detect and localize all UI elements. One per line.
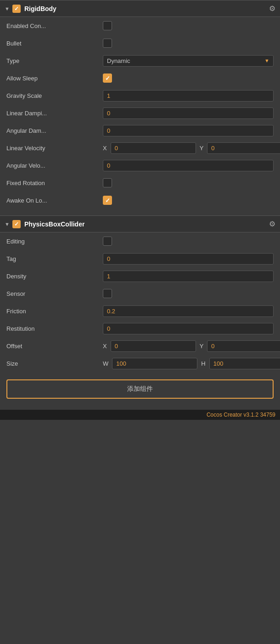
density-value (103, 271, 274, 282)
density-input[interactable] (103, 271, 274, 282)
gravity-scale-label: Gravity Scale (6, 92, 103, 99)
linear-velocity-y-label: Y (200, 145, 204, 152)
friction-label: Friction (6, 308, 103, 315)
tag-value (103, 253, 274, 265)
gravity-scale-row: Gravity Scale (0, 87, 280, 104)
bullet-label: Bullet (6, 40, 103, 47)
linear-damping-row: Linear Dampi... (0, 104, 280, 122)
allow-sleep-checkbox[interactable] (103, 73, 112, 83)
size-wh: W H (103, 358, 280, 369)
rigidbody-gear-icon[interactable]: ⚙ (269, 4, 275, 13)
collider-collapse-arrow[interactable]: ▼ (5, 221, 10, 227)
collider-section-header[interactable]: ▼ PhysicsBoxCollider ⚙ (0, 215, 280, 232)
tag-label: Tag (6, 255, 103, 262)
collider-title: PhysicsBoxCollider (24, 220, 269, 228)
inspector-panel: ▼ RigidBody ⚙ Enabled Con... Bullet Type… (0, 0, 280, 410)
awake-on-load-row: Awake On Lo... (0, 192, 280, 209)
offset-x-label: X (103, 343, 107, 350)
editing-value (103, 237, 274, 246)
fixed-rotation-value (103, 178, 274, 187)
rigidbody-enabled-checkbox[interactable] (12, 5, 21, 13)
status-bar-text: Cocos Creator v3.1.2 34759 (207, 412, 275, 418)
offset-y-input[interactable] (207, 340, 280, 352)
density-row: Density (0, 267, 280, 285)
allow-sleep-value (103, 73, 274, 83)
offset-row: Offset X Y (0, 337, 280, 355)
angular-velocity-value (103, 160, 274, 171)
enabled-contact-label: Enabled Con... (6, 23, 103, 29)
size-h-input[interactable] (209, 358, 280, 369)
angular-damping-label: Angular Dam... (6, 127, 103, 134)
restitution-value (103, 323, 274, 334)
type-select-value: Dynamic (107, 57, 130, 64)
bullet-value (103, 39, 274, 48)
status-bar: Cocos Creator v3.1.2 34759 (0, 410, 280, 420)
add-component-button[interactable]: 添加组件 (6, 379, 274, 399)
bullet-checkbox[interactable] (103, 39, 112, 48)
angular-damping-row: Angular Dam... (0, 122, 280, 139)
gravity-scale-value (103, 90, 274, 102)
offset-xy: X Y (103, 340, 280, 352)
type-label: Type (6, 57, 103, 64)
sensor-row: Sensor (0, 285, 280, 302)
editing-label: Editing (6, 238, 103, 245)
collider-gear-icon[interactable]: ⚙ (269, 220, 275, 228)
friction-row: Friction (0, 302, 280, 320)
gravity-scale-input[interactable] (103, 90, 274, 102)
fixed-rotation-row: Fixed Rotation (0, 174, 280, 192)
allow-sleep-row: Allow Sleep (0, 69, 280, 87)
sensor-checkbox[interactable] (103, 289, 112, 298)
type-row: Type Dynamic ▼ (0, 52, 280, 69)
awake-on-load-label: Awake On Lo... (6, 197, 103, 204)
sensor-value (103, 289, 274, 298)
fixed-rotation-label: Fixed Rotation (6, 180, 103, 186)
awake-on-load-checkbox[interactable] (103, 196, 112, 205)
restitution-row: Restitution (0, 320, 280, 337)
angular-damping-input[interactable] (103, 125, 274, 136)
linear-velocity-x-input[interactable] (111, 142, 196, 154)
size-row: Size W H (0, 355, 280, 372)
rigidbody-section-header[interactable]: ▼ RigidBody ⚙ (0, 0, 280, 17)
fixed-rotation-checkbox[interactable] (103, 178, 112, 187)
linear-velocity-row: Linear Velocity X Y (0, 139, 280, 157)
editing-checkbox[interactable] (103, 237, 112, 246)
size-w-input[interactable] (112, 358, 197, 369)
restitution-input[interactable] (103, 323, 274, 334)
allow-sleep-label: Allow Sleep (6, 75, 103, 82)
angular-velocity-label: Angular Velo... (6, 162, 103, 169)
rigidbody-collapse-arrow[interactable]: ▼ (5, 6, 10, 11)
linear-velocity-label: Linear Velocity (6, 145, 103, 152)
awake-on-load-value (103, 196, 274, 205)
sensor-label: Sensor (6, 290, 103, 297)
type-select-arrow: ▼ (264, 58, 269, 63)
type-value: Dynamic ▼ (103, 55, 274, 67)
linear-velocity-xy: X Y (103, 142, 280, 154)
restitution-label: Restitution (6, 325, 103, 332)
tag-input[interactable] (103, 253, 274, 265)
offset-y-label: Y (200, 343, 204, 350)
friction-input[interactable] (103, 305, 274, 317)
angular-velocity-input[interactable] (103, 160, 274, 171)
size-w-label: W (103, 360, 108, 367)
type-select[interactable]: Dynamic ▼ (103, 55, 274, 67)
angular-velocity-row: Angular Velo... (0, 157, 280, 174)
offset-label: Offset (6, 343, 103, 350)
density-label: Density (6, 273, 103, 280)
linear-damping-value (103, 107, 274, 119)
size-h-label: H (201, 360, 205, 367)
enabled-contact-checkbox[interactable] (103, 21, 112, 30)
tag-row: Tag (0, 250, 280, 267)
enabled-contact-value (103, 21, 274, 30)
enabled-contact-row: Enabled Con... (0, 17, 280, 34)
offset-x-input[interactable] (111, 340, 196, 352)
angular-damping-value (103, 125, 274, 136)
size-label: Size (6, 360, 103, 367)
linear-velocity-x-label: X (103, 145, 107, 152)
rigidbody-title: RigidBody (24, 5, 269, 12)
friction-value (103, 305, 274, 317)
bullet-row: Bullet (0, 34, 280, 52)
linear-velocity-y-input[interactable] (207, 142, 280, 154)
editing-row: Editing (0, 232, 280, 250)
collider-enabled-checkbox[interactable] (12, 220, 21, 228)
linear-damping-input[interactable] (103, 107, 274, 119)
